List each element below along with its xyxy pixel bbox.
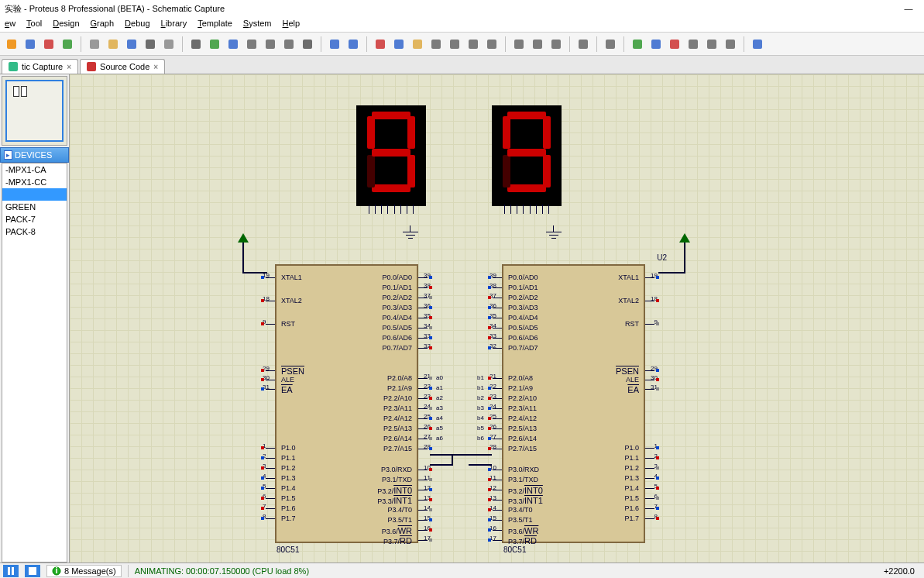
menu-ew[interactable]: ew [0, 17, 20, 32]
svg-rect-25 [514, 40, 524, 49]
pin-label: P3.1/TXD [382, 476, 412, 483]
menu-system[interactable]: System [239, 17, 277, 32]
toolbar-find-button[interactable] [722, 36, 739, 53]
toolbar-script-button[interactable] [548, 36, 565, 53]
tab-close-button[interactable]: × [153, 63, 158, 71]
toolbar-new-sheet-button[interactable] [685, 36, 702, 53]
menu-help[interactable]: Help [278, 17, 305, 32]
toolbar-copy-button[interactable] [390, 36, 407, 53]
pin-label: P1.4 [624, 484, 639, 492]
device-item[interactable]: PACK-8 [2, 225, 67, 238]
svg-rect-8 [164, 40, 173, 49]
toolbar-redo-button[interactable] [345, 36, 362, 53]
toolbar-vsmlib-button[interactable] [59, 36, 76, 53]
toolbar-pick-button[interactable] [510, 36, 527, 53]
toolbar-print-button[interactable] [142, 36, 159, 53]
pin-label: P0.0/AD0 [508, 274, 538, 281]
chip-u1-80c51[interactable]: 80C51 XTAL119XTAL218RST9PSEN29ALE30EA31P… [275, 264, 418, 543]
pin-label: P1.3 [624, 474, 639, 482]
svg-rect-38 [87, 62, 96, 71]
ground-symbol-2 [546, 225, 562, 239]
svg-rect-34 [707, 40, 716, 49]
stop-button[interactable] [25, 565, 40, 577]
pin-label: P0.6/AD6 [382, 334, 412, 342]
toolbar-zoom-area-button[interactable] [280, 36, 297, 53]
toolbar-del-sheet-button[interactable] [703, 36, 720, 53]
overview-pane[interactable] [2, 76, 67, 146]
toolbar-bom-button[interactable] [666, 36, 683, 53]
menu-library[interactable]: Library [156, 17, 192, 32]
chip-u2-80c51[interactable]: U2 80C51 P0.0/AD039P0.1/AD138P0.2/AD237P… [502, 264, 645, 543]
menu-template[interactable]: Template [193, 17, 237, 32]
toolbar-cut-button[interactable] [372, 36, 389, 53]
pin-label: P1.6 [281, 504, 296, 512]
pin-label: P2.0/A8 [387, 374, 412, 382]
toolbar-pan-button[interactable] [225, 36, 242, 53]
device-item[interactable]: GREEN [2, 201, 67, 213]
toolbar-save-button[interactable] [123, 36, 140, 53]
toolbar-home-button[interactable] [3, 36, 20, 53]
svg-rect-20 [413, 40, 422, 49]
tab-close-button[interactable]: × [67, 63, 71, 71]
messages-badge[interactable]: i 8 Message(s) [46, 565, 122, 577]
menu-tool[interactable]: Tool [22, 17, 46, 32]
toolbar-netlist-button[interactable] [647, 36, 665, 53]
seven-segment-display-2[interactable] [492, 105, 562, 206]
toolbar-zoom-all-button[interactable] [299, 36, 316, 53]
svg-rect-40 [12, 567, 14, 575]
device-item[interactable]: -MPX1-CA [2, 163, 67, 176]
pin-label: P3.6/WR [508, 526, 538, 535]
pin-label: XTAL2 [281, 297, 302, 304]
svg-rect-18 [376, 40, 385, 49]
schematic-canvas[interactable]: 80C51 XTAL119XTAL218RST9PSEN29ALE30EA31P… [70, 74, 924, 563]
toolbar-paste-button[interactable] [409, 36, 426, 53]
toolbar-zoom-out-button[interactable] [262, 36, 279, 53]
pin-label: P0.6/AD6 [508, 334, 538, 342]
toolbar-zoom-in-button[interactable] [243, 36, 260, 53]
pause-button[interactable] [3, 565, 19, 577]
tab-tic-capture[interactable]: tic Capture× [2, 59, 78, 74]
devices-list[interactable]: -MPX1-CA-MPX1-CC GREENPACK-7PACK-8 [2, 163, 67, 563]
toolbar-block-move-button[interactable] [446, 36, 463, 53]
toolbar-isis-button[interactable] [22, 36, 39, 53]
toolbar-terminals-button[interactable] [575, 36, 592, 53]
pin-label: P2.2/A10 [383, 394, 412, 402]
device-item[interactable] [2, 188, 67, 201]
main-toolbar [0, 33, 924, 56]
pin-label: P0.7/AD7 [382, 344, 412, 352]
toolbar-ares-button[interactable] [40, 36, 57, 53]
status-bar: i 8 Message(s) ANIMATING: 00:00:07.15000… [0, 563, 924, 578]
pin-label: P2.5/A13 [383, 425, 412, 432]
tab-label: Source Code [100, 62, 149, 71]
tab-source-code[interactable]: Source Code× [80, 59, 165, 74]
pin-label: PSEN [281, 366, 304, 376]
toolbar-play-group-button[interactable] [602, 36, 619, 53]
svg-rect-16 [330, 40, 339, 49]
toolbar-help-button[interactable] [749, 36, 766, 53]
toolbar-block-rotate-button[interactable] [465, 36, 482, 53]
pin-label: EA [281, 385, 293, 394]
toolbar-erc-button[interactable] [629, 36, 646, 53]
toolbar-undo-button[interactable] [326, 36, 343, 53]
window-title: 实验 - Proteus 8 Professional (BETA) - Sch… [5, 3, 225, 15]
svg-rect-17 [349, 40, 358, 49]
pin-label: P1.0 [624, 444, 639, 452]
menu-graph[interactable]: Graph [86, 17, 119, 32]
toolbar-grid-button[interactable] [187, 36, 204, 53]
toolbar-block-copy-button[interactable] [428, 36, 445, 53]
menu-debug[interactable]: Debug [120, 17, 154, 32]
pin-label: P2.5/A13 [508, 425, 537, 432]
seven-segment-display-1[interactable] [356, 105, 426, 206]
device-item[interactable]: PACK-7 [2, 213, 67, 225]
toolbar-origin-button[interactable] [206, 36, 223, 53]
svg-rect-3 [63, 40, 72, 49]
minimize-button[interactable]: — [898, 2, 919, 15]
toolbar-block-delete-button[interactable] [483, 36, 500, 53]
menu-design[interactable]: Design [48, 17, 84, 32]
toolbar-wire-label-button[interactable] [529, 36, 546, 53]
pin-label: P1.1 [281, 454, 296, 462]
toolbar-new-button[interactable] [86, 36, 103, 53]
toolbar-open-button[interactable] [105, 36, 122, 53]
toolbar-area-button[interactable] [160, 36, 177, 53]
device-item[interactable]: -MPX1-CC [2, 176, 67, 188]
